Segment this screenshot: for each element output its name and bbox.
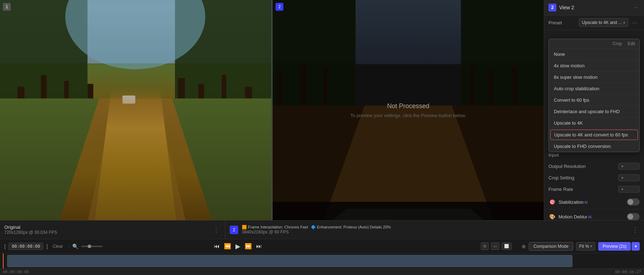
stabilization-toggle[interactable] [627, 198, 640, 206]
zoom-icon: 🔍 [72, 243, 78, 249]
clear-button[interactable]: Clear [50, 243, 65, 250]
panel-badge-right: 2 [275, 3, 283, 11]
preset-dropdown-menu: Crop Edit None 4x slow motion 8x super s… [548, 39, 640, 152]
crop-setting-dropdown[interactable]: ▾ [618, 174, 640, 181]
video-panel-left[interactable]: 1 [0, 0, 271, 220]
play-button[interactable]: ▶ [235, 242, 240, 250]
main-area: 1 [0, 0, 644, 220]
svg-rect-15 [122, 96, 135, 104]
dropdown-item-upscale-fhd[interactable]: Upscale to FHD conversion. [549, 141, 639, 152]
skip-back-button[interactable]: ⏮ [214, 243, 220, 250]
comparison-mode-button[interactable]: Comparison Mode [529, 242, 573, 251]
dropdown-item-auto-crop[interactable]: Auto crop stabilization [549, 83, 639, 95]
sidebar-close-button[interactable]: ← [634, 4, 640, 11]
stabilization-icon: 🎯 [548, 198, 556, 206]
preset-value: Upscale to 4K and ... [582, 20, 622, 25]
dropdown-item-upscale-4k-60fps[interactable]: Upscale to 4K and convert to 60 fps [550, 130, 638, 140]
not-processed-overlay: Not Processed To preview your settings, … [350, 102, 466, 118]
stabilization-row: 🎯 StabilizationAI [544, 195, 644, 209]
processed-track-tags: 🟧 Frame Interpolation: Chronos Fast 🔷 En… [238, 225, 630, 235]
view-split-button[interactable]: ⧉ [481, 242, 489, 250]
view-title: View 2 [559, 5, 574, 10]
step-forward-button[interactable]: ⏩ [245, 243, 252, 250]
track-info-bar: Original 720x1280px @ 30.034 FPS ⋮ 2 🟧 F… [0, 221, 644, 239]
frame-rate-label: Frame Rate [548, 187, 573, 192]
dropdown-item-none[interactable]: None [549, 49, 639, 60]
edit-button[interactable]: Edit [626, 40, 636, 47]
original-track-menu-button[interactable]: ⋮ [211, 225, 221, 235]
forest-road-svg [0, 0, 271, 220]
processed-track-res: 3840x2160px @ 60 FPS [242, 230, 391, 235]
separator-dot: · [68, 243, 69, 250]
fit-zoom-chevron: ▾ [590, 244, 592, 248]
motion-deblur-left: 🎨 Motion DeblurAI [548, 213, 591, 220]
sidebar-content: Preset Upscale to 4K and ... ▾ ⋯ Crop Ed… [544, 15, 644, 220]
sidebar: 2 View 2 ← Preset Upscale to 4K and ... … [544, 0, 644, 220]
sidebar-header-left: 2 View 2 [548, 4, 574, 11]
preset-more-button[interactable]: ⋯ [630, 19, 640, 27]
track-name-left: Original 720x1280px @ 30.034 FPS [4, 225, 57, 235]
bracket-end[interactable]: ] [46, 243, 48, 249]
timeline-area: 00:00:00:00 00:00:34:27 [0, 254, 644, 275]
timeline-ruler: 00:00:00:00 00:00:34:27 [0, 269, 644, 275]
preview-dropdown-button[interactable]: ▾ [631, 242, 640, 251]
skip-forward-button[interactable]: ⏭ [256, 243, 262, 250]
output-resolution-dropdown[interactable]: ▾ [618, 163, 640, 170]
transport-controls: ⏮ ⏪ ▶ ⏩ ⏭ [214, 242, 262, 250]
preview-button[interactable]: Preview (2s) [598, 242, 631, 251]
stabilization-left: 🎯 StabilizationAI [548, 198, 588, 206]
timeline-track[interactable] [0, 254, 644, 269]
stabilization-name: StabilizationAI [558, 199, 588, 205]
timeline-playhead [3, 254, 4, 269]
dropdown-item-4x-slow[interactable]: 4x slow motion [549, 60, 639, 72]
crop-chevron: ▾ [621, 176, 623, 180]
dropdown-item-deinterlace[interactable]: Deinterlace and upscale to FHD [549, 106, 639, 117]
dropdown-item-convert-60fps[interactable]: Convert to 60 fps [549, 95, 639, 106]
timecode-display[interactable]: 00:00:00:00 [9, 243, 43, 250]
bottom-area: Original 720x1280px @ 30.034 FPS ⋮ 2 🟧 F… [0, 220, 644, 275]
timeline-clip[interactable] [7, 255, 572, 267]
original-track-res: 720x1280px @ 30.034 FPS [4, 230, 57, 235]
dropdown-item-upscale-4k[interactable]: Upscale to 4K [549, 117, 639, 129]
frame-rate-dropdown[interactable]: ▾ [618, 186, 640, 193]
frame-rate-chevron: ▾ [621, 187, 623, 191]
processed-track-menu-button[interactable]: ⋮ [630, 225, 640, 235]
view-single-button[interactable]: ▭ [491, 242, 499, 250]
motion-deblur-name: Motion DeblurAI [558, 214, 591, 219]
preset-select-dropdown[interactable]: Upscale to 4K and ... ▾ [579, 18, 628, 27]
view-number: 2 [548, 4, 556, 11]
motion-deblur-toggle[interactable] [627, 213, 640, 220]
preset-row: Preset Upscale to 4K and ... ▾ ⋯ [544, 15, 644, 30]
zoom-slider[interactable] [81, 246, 103, 247]
motion-deblur-ai-badge: AI [588, 215, 591, 219]
preset-label: Preset [548, 20, 562, 25]
controls-bar: [ 00:00:00:00 ] Clear · 🔍 ⏮ ⏪ ▶ ⏩ ⏭ ⧉ ▭ … [0, 239, 644, 254]
stabilization-ai-badge: AI [584, 201, 587, 204]
output-resolution-label: Output Resolution [548, 164, 586, 169]
zoom-handle [88, 245, 91, 248]
svg-rect-16 [0, 0, 271, 220]
bracket-start[interactable]: [ [4, 243, 6, 249]
video-panels: 1 [0, 0, 544, 220]
enhancement-tag: 🔷 Enhancement: Proteus (Auto) Details 20… [311, 225, 391, 230]
crop-setting-label: Crop Setting [548, 175, 574, 180]
frame-interpolation-tag: 🟧 Frame Interpolation: Chronos Fast [242, 225, 308, 230]
track-info-left: Original 720x1280px @ 30.034 FPS ⋮ [0, 221, 225, 239]
processed-track-info: 🟧 Frame Interpolation: Chronos Fast 🔷 En… [242, 225, 391, 235]
processed-track-number: 2 [230, 226, 238, 234]
output-resolution-chevron: ▾ [621, 164, 623, 168]
step-back-button[interactable]: ⏪ [224, 243, 231, 250]
fit-zoom-button[interactable]: Fit % ▾ [576, 242, 595, 251]
dropdown-item-8x-slow[interactable]: 8x super slow motion [549, 72, 639, 83]
crop-button[interactable]: Crop [611, 40, 623, 47]
panel-divider [271, 0, 273, 220]
view-overlay-button[interactable]: ⬜ [502, 242, 512, 250]
video-panel-right[interactable]: Not Processed To preview your settings, … [273, 0, 544, 220]
sidebar-header: 2 View 2 ← [544, 0, 644, 15]
timeline-time-start: 00:00:00:00 [3, 270, 29, 274]
panel-badge-left: 1 [3, 3, 11, 11]
motion-deblur-row: 🎨 Motion DeblurAI [544, 209, 644, 220]
not-processed-title: Not Processed [350, 102, 466, 110]
timeline-time-end: 00:00:34:27 [615, 270, 641, 274]
output-resolution-row: Output Resolution ▾ [544, 160, 644, 172]
